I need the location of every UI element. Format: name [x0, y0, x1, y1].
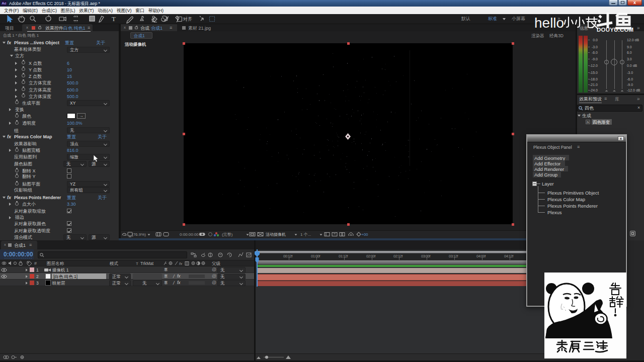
- svg-text:fx: fx: [179, 261, 183, 266]
- svg-text:T: T: [136, 261, 138, 266]
- svg-text:T: T: [112, 15, 116, 23]
- svg-text:#: #: [34, 261, 37, 266]
